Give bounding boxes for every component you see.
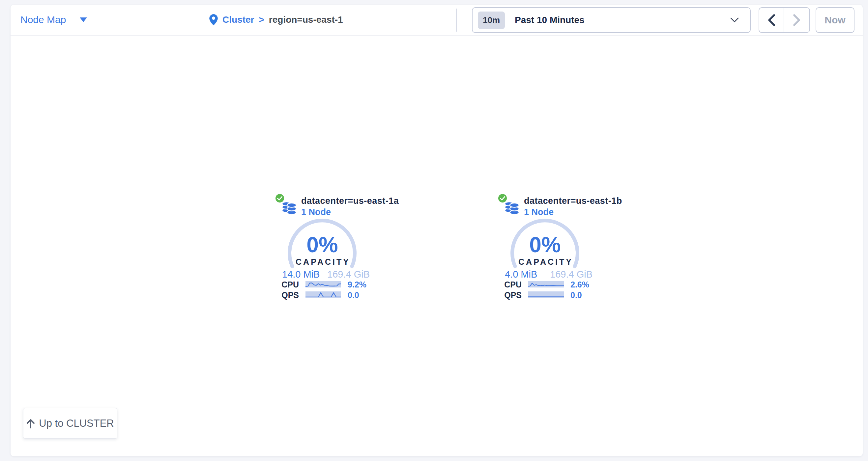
time-window-dropdown[interactable]: 10m Past 10 Minutes	[472, 7, 751, 33]
time-prev-button[interactable]	[759, 8, 784, 32]
capacity-range: 14.0 MiB 169.4 GiB	[282, 269, 370, 280]
qps-sparkline	[528, 291, 564, 298]
cpu-metric-row: CPU 2.6%	[496, 281, 595, 288]
content-panel: Node Map Cluster > region=us-east-1 10m …	[10, 5, 863, 456]
datacenter-card-us-east-1a[interactable]: datacenter=us-east-1a 1 Node 0% CAPACITY…	[274, 193, 372, 304]
breadcrumb-cluster-link[interactable]: Cluster	[222, 14, 254, 25]
view-selector-label: Node Map	[21, 14, 66, 25]
qps-label: QPS	[496, 291, 522, 299]
breadcrumb-current-item: region=us-east-1	[269, 14, 343, 25]
chevron-left-icon	[768, 14, 775, 26]
cpu-label: CPU	[274, 281, 299, 288]
capacity-percent: 0%	[274, 232, 371, 257]
qps-value: 0.0	[570, 291, 582, 299]
datacenter-node-count: 1 Node	[524, 207, 554, 217]
cpu-value: 2.6%	[570, 281, 589, 288]
up-to-cluster-label: Up to CLUSTER	[39, 418, 114, 429]
cpu-sparkline	[528, 281, 564, 288]
node-map-canvas: datacenter=us-east-1a 1 Node 0% CAPACITY…	[10, 36, 863, 456]
time-next-button[interactable]	[784, 8, 809, 32]
cpu-metric-row: CPU 9.2%	[274, 281, 372, 288]
database-stack-icon	[281, 199, 297, 216]
qps-sparkline	[306, 291, 341, 298]
capacity-total: 169.4 GiB	[327, 269, 370, 280]
view-selector-dropdown[interactable]: Node Map	[21, 5, 87, 35]
cpu-value: 9.2%	[348, 281, 367, 288]
time-window-selected-label: Past 10 Minutes	[515, 15, 585, 25]
capacity-caption: CAPACITY	[496, 257, 595, 267]
datacenter-node-count: 1 Node	[301, 207, 331, 217]
chevron-down-icon	[730, 18, 739, 23]
capacity-percent: 0%	[496, 232, 594, 257]
capacity-caption: CAPACITY	[274, 257, 372, 267]
breadcrumb-separator: >	[259, 14, 264, 25]
header-divider	[457, 8, 457, 32]
location-pin-icon	[209, 14, 218, 25]
now-button[interactable]: Now	[816, 7, 855, 33]
cpu-label: CPU	[496, 281, 522, 288]
qps-value: 0.0	[348, 291, 359, 299]
up-to-cluster-button[interactable]: Up to CLUSTER	[23, 408, 117, 439]
capacity-total: 169.4 GiB	[550, 269, 592, 280]
up-arrow-icon	[26, 419, 35, 428]
chevron-right-icon	[793, 14, 801, 26]
time-window-badge: 10m	[478, 11, 505, 29]
time-nav-group	[758, 7, 810, 33]
qps-metric-row: QPS 0.0	[496, 291, 595, 299]
datacenter-title: datacenter=us-east-1a	[301, 196, 399, 206]
caret-down-icon	[80, 18, 87, 22]
qps-label: QPS	[274, 291, 299, 299]
topbar: Node Map Cluster > region=us-east-1 10m …	[10, 5, 863, 36]
capacity-range: 4.0 MiB 169.4 GiB	[505, 269, 592, 280]
capacity-used: 14.0 MiB	[282, 269, 320, 280]
cpu-sparkline	[306, 281, 341, 288]
database-stack-icon	[504, 199, 520, 216]
breadcrumb: Cluster > region=us-east-1	[209, 5, 343, 35]
datacenter-title: datacenter=us-east-1b	[524, 196, 622, 206]
datacenter-card-us-east-1b[interactable]: datacenter=us-east-1b 1 Node 0% CAPACITY…	[496, 193, 595, 304]
capacity-used: 4.0 MiB	[505, 269, 537, 280]
qps-metric-row: QPS 0.0	[274, 291, 372, 299]
